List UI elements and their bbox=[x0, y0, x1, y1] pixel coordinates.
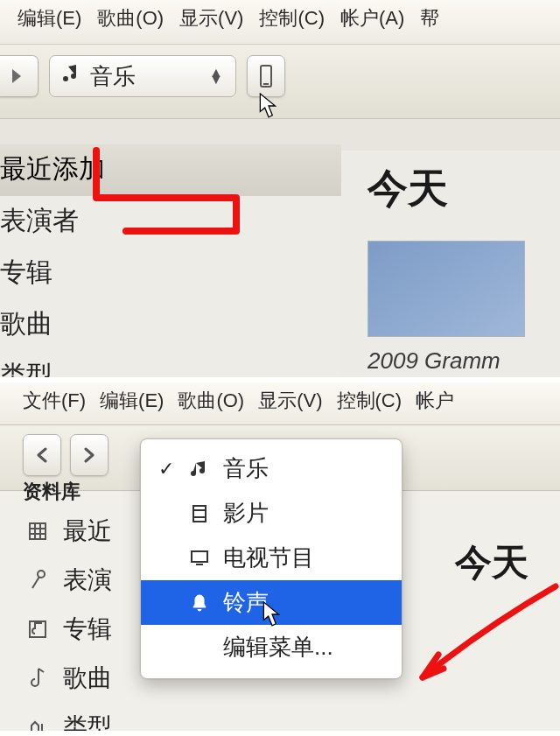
album-caption: 2009 Gramm bbox=[368, 347, 560, 375]
sidebar: 最近添加 表演者 专辑 歌曲 类型 bbox=[0, 144, 341, 382]
sidebar-item-albums[interactable]: 专辑 bbox=[0, 248, 341, 299]
library-header: 资料库 bbox=[23, 479, 80, 505]
library-dropdown[interactable]: 音乐 ▲▼ bbox=[49, 55, 236, 97]
film-icon bbox=[188, 504, 211, 523]
menu-edit[interactable]: 编辑(E) bbox=[18, 5, 81, 32]
menu-control[interactable]: 控制(C) bbox=[337, 388, 402, 414]
screenshot-bottom: 文件(F) 编辑(E) 歌曲(O) 显示(V) 控制(C) 帐户 资料库 最近 … bbox=[0, 382, 560, 731]
guitar-icon bbox=[24, 717, 51, 731]
sidebar-item-genres[interactable]: 类型 bbox=[23, 704, 112, 731]
tv-icon bbox=[188, 550, 211, 567]
toolbar: 音乐 ▲▼ bbox=[0, 45, 560, 119]
album-thumbnail[interactable] bbox=[368, 241, 525, 337]
svg-line-8 bbox=[32, 577, 39, 588]
menu-song[interactable]: 歌曲(O) bbox=[97, 5, 164, 32]
music-note-icon bbox=[188, 459, 211, 479]
up-down-chevron-icon: ▲▼ bbox=[209, 69, 223, 83]
menu-item-label: 电视节目 bbox=[223, 543, 314, 573]
svg-rect-10 bbox=[193, 506, 206, 522]
phone-icon bbox=[258, 64, 274, 88]
menu-item-label: 铃声 bbox=[223, 587, 269, 618]
screenshot-top: 编辑(E) 歌曲(O) 显示(V) 控制(C) 帐户(A) 帮 音乐 ▲▼ bbox=[0, 0, 560, 382]
music-note-icon bbox=[24, 667, 51, 690]
sidebar-item-label: 最近 bbox=[63, 515, 112, 548]
content-right: 今天 2009 Gramm bbox=[368, 162, 560, 375]
forward-button[interactable] bbox=[70, 434, 108, 476]
device-button[interactable] bbox=[247, 55, 285, 97]
check-icon: ✓ bbox=[157, 458, 176, 480]
sidebar-item-label: 类型 bbox=[63, 711, 112, 731]
sidebar-item-albums[interactable]: 专辑 bbox=[23, 606, 112, 655]
section-title-today: 今天 bbox=[368, 162, 560, 216]
sidebar-item-label: 歌曲 bbox=[63, 662, 112, 695]
menu-item-edit-menu[interactable]: 编辑菜单... bbox=[141, 625, 402, 669]
library-dropdown-menu: ✓ 音乐 影片 电视节目 铃声 bbox=[140, 438, 402, 679]
sidebar: 最近 表演 专辑 歌曲 类型 bbox=[23, 508, 112, 731]
menu-item-movies[interactable]: 影片 bbox=[141, 491, 402, 536]
sidebar-item-recently-added[interactable]: 最近 bbox=[23, 508, 112, 557]
svg-rect-13 bbox=[192, 551, 207, 562]
sidebar-item-genres[interactable]: 类型 bbox=[0, 351, 341, 382]
sidebar-item-songs[interactable]: 歌曲 bbox=[23, 655, 112, 704]
menu-item-music[interactable]: ✓ 音乐 bbox=[141, 446, 402, 491]
menu-control[interactable]: 控制(C) bbox=[259, 5, 325, 32]
sidebar-item-artists[interactable]: 表演者 bbox=[0, 196, 341, 248]
microphone-icon bbox=[24, 569, 51, 592]
album-icon bbox=[24, 620, 51, 639]
menu-item-label: 编辑菜单... bbox=[223, 632, 333, 662]
section-title-today: 今天 bbox=[455, 538, 560, 587]
menu-help[interactable]: 帮 bbox=[420, 5, 439, 32]
sidebar-item-songs[interactable]: 歌曲 bbox=[0, 299, 341, 351]
bell-icon bbox=[188, 593, 211, 613]
grid-icon bbox=[24, 522, 51, 541]
sidebar-item-label: 表演 bbox=[63, 564, 112, 597]
menu-song[interactable]: 歌曲(O) bbox=[178, 388, 244, 414]
menu-account[interactable]: 帐户(A) bbox=[340, 5, 404, 32]
menu-account[interactable]: 帐户 bbox=[416, 388, 454, 414]
menu-edit[interactable]: 编辑(E) bbox=[100, 388, 164, 414]
sidebar-item-recently-added[interactable]: 最近添加 bbox=[0, 144, 341, 196]
menu-view[interactable]: 显示(V) bbox=[258, 388, 322, 414]
forward-button[interactable] bbox=[0, 55, 38, 97]
menu-view[interactable]: 显示(V) bbox=[179, 5, 243, 32]
menu-item-label: 影片 bbox=[223, 498, 269, 529]
sidebar-item-artists[interactable]: 表演 bbox=[23, 557, 112, 606]
svg-rect-2 bbox=[30, 523, 46, 539]
menu-file[interactable]: 文件(F) bbox=[23, 388, 86, 414]
back-button[interactable] bbox=[23, 434, 61, 476]
sidebar-item-label: 专辑 bbox=[63, 613, 112, 646]
menu-item-tv[interactable]: 电视节目 bbox=[141, 536, 402, 580]
library-dropdown-label: 音乐 bbox=[90, 61, 136, 92]
music-note-icon bbox=[62, 64, 80, 88]
menubar: 文件(F) 编辑(E) 歌曲(O) 显示(V) 控制(C) 帐户 bbox=[0, 382, 560, 425]
content-right: 今天 bbox=[455, 538, 560, 587]
menubar: 编辑(E) 歌曲(O) 显示(V) 控制(C) 帐户(A) 帮 bbox=[0, 0, 560, 45]
menu-item-label: 音乐 bbox=[223, 453, 269, 484]
menu-item-ringtones[interactable]: 铃声 bbox=[141, 580, 402, 625]
